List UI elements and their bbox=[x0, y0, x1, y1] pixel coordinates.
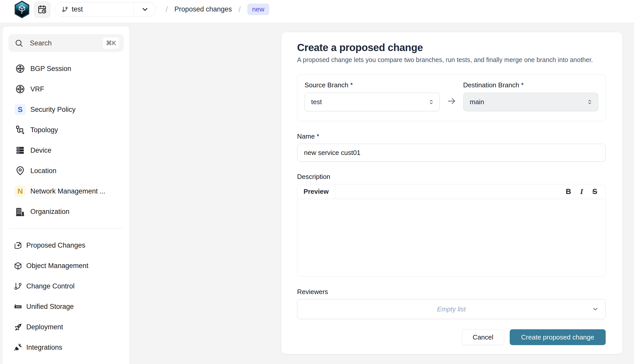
description-format-toolbar: BIS bbox=[566, 184, 605, 199]
reviewers-label: Reviewers bbox=[297, 288, 606, 296]
topology-icon bbox=[15, 124, 26, 136]
branch-selection-box: Source Branch * test Destination Branch … bbox=[297, 74, 606, 121]
reviewers-select[interactable]: Empty list bbox=[297, 299, 606, 319]
breadcrumb-separator: / bbox=[166, 5, 168, 14]
cancel-button[interactable]: Cancel bbox=[462, 329, 504, 345]
sidebar-item-network-management[interactable]: NNetwork Management ... bbox=[2, 181, 130, 201]
source-branch-field: Source Branch * test bbox=[304, 81, 440, 111]
name-label: Name * bbox=[297, 132, 606, 140]
destination-branch-field: Destination Branch * main bbox=[463, 81, 599, 111]
name-input[interactable] bbox=[297, 144, 606, 162]
page-subtitle: A proposed change lets you compare two b… bbox=[297, 56, 606, 64]
reviewers-placeholder: Empty list bbox=[437, 305, 466, 313]
sidebar-group-system: Proposed ChangesObject ManagementChange … bbox=[2, 235, 130, 358]
server-icon bbox=[15, 145, 26, 156]
tab-preview[interactable]: Preview bbox=[297, 184, 335, 199]
storage-icon bbox=[14, 302, 22, 311]
source-branch-value: test bbox=[311, 98, 322, 106]
sidebar-item-location[interactable]: Location bbox=[2, 161, 130, 181]
destination-branch-value: main bbox=[470, 98, 484, 106]
chevrons-up-down-icon bbox=[587, 99, 593, 105]
rocket-icon bbox=[14, 323, 22, 332]
calendar-clock-icon bbox=[38, 5, 47, 14]
chevrons-up-down-icon bbox=[428, 99, 434, 105]
topbar: test / Proposed changes / new bbox=[0, 0, 634, 23]
page-title: Create a proposed change bbox=[297, 42, 606, 53]
sidebar-item-bgp-session[interactable]: BGP Session bbox=[2, 58, 130, 79]
form-actions: Cancel Create proposed change bbox=[297, 329, 606, 345]
network-management-badge: N bbox=[15, 186, 26, 197]
sidebar-item-label: Organization bbox=[30, 208, 69, 216]
search-input[interactable]: Search ⌘K bbox=[8, 34, 124, 52]
infrahub-logo[interactable] bbox=[14, 1, 30, 18]
search-shortcut-badge: ⌘K bbox=[103, 38, 119, 49]
description-editor-body[interactable] bbox=[297, 199, 605, 276]
bold-button[interactable]: B bbox=[566, 188, 571, 195]
sidebar-item-label: Security Policy bbox=[30, 106, 76, 114]
plug-icon bbox=[14, 343, 22, 352]
sidebar-item-organization[interactable]: Organization bbox=[2, 201, 130, 222]
breadcrumb: / Proposed changes / new bbox=[166, 4, 269, 15]
breadcrumb-separator: / bbox=[239, 5, 241, 14]
branch-selector-toggle[interactable] bbox=[134, 3, 156, 16]
git-branch-icon bbox=[14, 282, 22, 291]
sidebar-item-label: Unified Storage bbox=[26, 303, 74, 311]
time-travel-button[interactable] bbox=[34, 1, 50, 18]
sidebar-item-unified-storage[interactable]: Unified Storage bbox=[2, 296, 130, 317]
destination-branch-label: Destination Branch * bbox=[463, 81, 599, 89]
description-editor: Preview BIS bbox=[297, 184, 606, 277]
map-pin-icon bbox=[15, 165, 26, 176]
sidebar-divider bbox=[8, 228, 124, 229]
sidebar-item-label: VRF bbox=[30, 85, 44, 93]
breadcrumb-current-badge: new bbox=[247, 4, 269, 15]
sidebar-item-label: Topology bbox=[30, 126, 58, 134]
sidebar-item-change-control[interactable]: Change Control bbox=[2, 276, 130, 296]
sidebar-item-topology[interactable]: Topology bbox=[2, 120, 130, 140]
name-field: Name * bbox=[297, 132, 606, 162]
description-label: Description bbox=[297, 173, 606, 181]
sidebar-item-integrations[interactable]: Integrations bbox=[2, 337, 130, 358]
security-policy-badge: S bbox=[15, 104, 26, 115]
router-icon bbox=[15, 63, 26, 74]
sidebar-item-proposed-changes[interactable]: Proposed Changes bbox=[2, 235, 130, 256]
git-branch-icon bbox=[62, 6, 68, 13]
strikethrough-button[interactable]: S bbox=[592, 188, 597, 195]
sidebar-item-label: Integrations bbox=[26, 344, 62, 351]
reviewers-field: Reviewers Empty list bbox=[297, 288, 606, 319]
cube-icon bbox=[14, 261, 22, 270]
italic-button[interactable]: I bbox=[580, 188, 583, 195]
sidebar-item-label: Change Control bbox=[26, 282, 75, 290]
branch-selector[interactable]: test bbox=[55, 2, 156, 17]
sidebar-item-object-management[interactable]: Object Management bbox=[2, 256, 130, 276]
sidebar-item-label: Device bbox=[30, 147, 52, 154]
sidebar-nav: BGP SessionVRFSSecurity PolicyTopologyDe… bbox=[2, 58, 130, 358]
description-field: Description Preview BIS bbox=[297, 173, 606, 277]
branch-selector-current[interactable]: test bbox=[55, 3, 134, 16]
source-branch-select[interactable]: test bbox=[304, 93, 440, 111]
breadcrumb-section[interactable]: Proposed changes bbox=[174, 5, 232, 13]
sidebar-item-label: BGP Session bbox=[30, 65, 71, 73]
sidebar-item-security-policy[interactable]: SSecurity Policy bbox=[2, 99, 130, 120]
search-icon bbox=[15, 39, 23, 47]
sidebar-item-label: Network Management ... bbox=[30, 187, 105, 195]
toolbar-spacer bbox=[335, 184, 566, 199]
sidebar-group-objects: BGP SessionVRFSSecurity PolicyTopologyDe… bbox=[2, 58, 130, 222]
sidebar-item-deployment[interactable]: Deployment bbox=[2, 317, 130, 337]
chevron-down-icon bbox=[141, 6, 149, 13]
source-branch-label: Source Branch * bbox=[304, 81, 440, 89]
description-editor-toolbar: Preview BIS bbox=[297, 184, 605, 199]
sidebar-item-vrf[interactable]: VRF bbox=[2, 79, 130, 99]
sidebar: Search ⌘K BGP SessionVRFSSecurity Policy… bbox=[2, 26, 130, 364]
create-proposed-change-button[interactable]: Create proposed change bbox=[510, 329, 606, 345]
sidebar-item-device[interactable]: Device bbox=[2, 140, 130, 161]
file-diff-icon bbox=[14, 241, 22, 250]
sidebar-item-label: Location bbox=[30, 167, 56, 175]
arrow-right-icon bbox=[446, 96, 457, 106]
router-icon bbox=[15, 83, 26, 95]
create-proposed-change-card: Create a proposed change A proposed chan… bbox=[281, 32, 623, 354]
branch-name: test bbox=[72, 5, 83, 13]
building-icon bbox=[15, 206, 26, 217]
sidebar-item-label: Object Management bbox=[26, 262, 88, 270]
sidebar-item-label: Deployment bbox=[26, 323, 63, 331]
search-placeholder: Search bbox=[30, 39, 52, 47]
